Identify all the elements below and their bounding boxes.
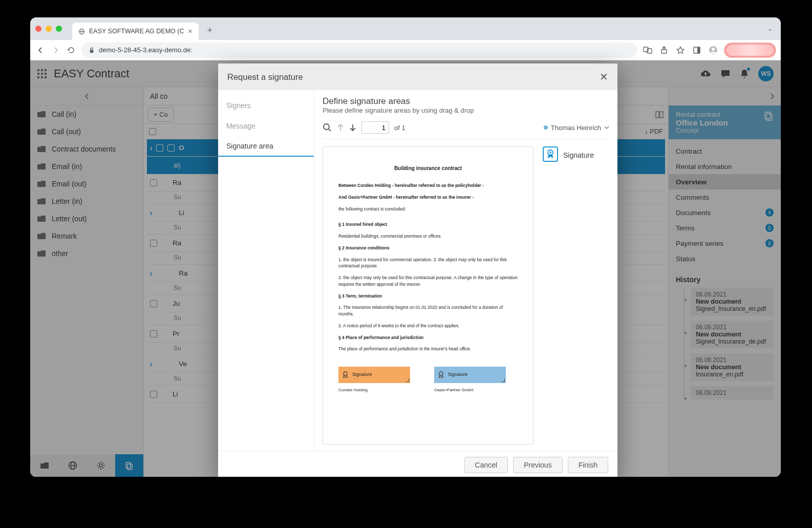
previous-button[interactable]: Previous [513, 457, 562, 473]
resize-handle-icon[interactable] [501, 378, 505, 382]
close-icon[interactable]: ✕ [600, 71, 608, 83]
doc-line: Residential buildings, commercial premis… [338, 233, 518, 240]
url-field[interactable]: demo-5-28-45-3.easy-demo.de: [81, 43, 637, 58]
app-root: EASY Contract WS Call (in) Call (out) Co… [30, 60, 781, 477]
window-close-icon[interactable] [35, 26, 41, 32]
signature-ribbon-icon [438, 371, 444, 378]
resize-handle-icon[interactable] [405, 378, 409, 382]
svg-point-19 [324, 124, 329, 130]
sig-label: Signature [352, 371, 372, 378]
doc-line: 1. The insurance relationship begins on … [338, 304, 518, 318]
doc-line: 2. A notice period of 8 weeks to the end… [338, 323, 518, 329]
new-tab-button[interactable]: + [203, 23, 217, 37]
signature-ribbon-icon [546, 149, 554, 159]
chevron-down-icon [604, 125, 609, 130]
svg-rect-5 [647, 49, 652, 53]
tab-title: EASY SOFTWARE AG DEMO (C [89, 28, 184, 35]
page-number-input[interactable] [361, 121, 389, 134]
modal-heading: Define signature areas [323, 96, 609, 107]
extensions-icon[interactable] [692, 45, 702, 55]
signature-ribbon-icon [343, 371, 348, 378]
step-message[interactable]: Message [218, 116, 314, 136]
party-a-label: Condex Holding [338, 387, 422, 393]
modal-body: Signers Message Signature area Define si… [218, 90, 617, 451]
close-tab-icon[interactable]: × [188, 27, 192, 35]
doc-section: § 2 Insurance conditions [338, 245, 518, 251]
back-button[interactable] [35, 45, 46, 55]
doc-line: 1. the object is insured for commercial … [338, 257, 518, 270]
globe-icon [78, 28, 85, 35]
svg-point-24 [549, 152, 551, 154]
sig-label: Signature [448, 371, 468, 378]
reload-button[interactable] [66, 45, 76, 55]
signature-tool-label: Signature [563, 151, 594, 159]
svg-point-22 [439, 372, 443, 375]
browser-window: EASY SOFTWARE AG DEMO (C × + ⌄ demo-5-28… [30, 17, 781, 477]
page-down-icon[interactable] [349, 123, 356, 132]
svg-rect-4 [644, 47, 648, 52]
share-icon[interactable] [659, 45, 669, 55]
window-controls [35, 26, 62, 32]
doc-line: And Oasis+Partner GmbH - hereinafter ref… [338, 194, 518, 201]
modal-header: Request a signature ✕ [218, 64, 617, 90]
modal-footer: Cancel Previous Finish [218, 451, 617, 477]
document-page[interactable]: Building insurance contract Between Cond… [323, 146, 533, 445]
doc-line: Between Condex Holding - hereinafter ref… [338, 182, 518, 189]
svg-line-20 [329, 129, 331, 131]
doc-line: 2. the object may only be used for this … [338, 274, 518, 288]
tabs-dropdown-icon[interactable]: ⌄ [767, 25, 776, 32]
account-pill[interactable] [724, 43, 776, 57]
browser-tab[interactable]: EASY SOFTWARE AG DEMO (C × [72, 23, 199, 40]
cancel-button[interactable]: Cancel [464, 457, 508, 473]
signature-tool-button[interactable] [543, 146, 558, 162]
step-signature-area[interactable]: Signature area [218, 136, 314, 157]
page-total: of 1 [394, 124, 405, 132]
forward-button[interactable] [51, 45, 61, 55]
profile-icon[interactable] [708, 45, 718, 55]
modal-title: Request a signature [227, 72, 303, 82]
svg-point-21 [344, 372, 347, 375]
translate-icon[interactable] [643, 45, 653, 55]
doc-section: § 4 Place of performance and jurisdictio… [338, 334, 518, 341]
doc-toolbar: of 1 Thomas Heinrich [323, 119, 609, 139]
signature-palette: Signature [543, 146, 609, 445]
signature-field-a[interactable]: Signature [338, 367, 410, 383]
window-maximize-icon[interactable] [56, 26, 62, 32]
signature-modal: Request a signature ✕ Signers Message Si… [218, 64, 617, 477]
svg-rect-8 [697, 47, 700, 53]
search-icon[interactable] [323, 123, 332, 132]
signer-name: Thomas Heinrich [551, 124, 601, 132]
svg-rect-3 [90, 50, 94, 53]
signer-color-icon [544, 125, 548, 130]
finish-button[interactable]: Finish [568, 457, 608, 473]
page-up-icon[interactable] [337, 123, 344, 132]
address-bar: demo-5-28-45-3.easy-demo.de: [30, 40, 781, 60]
lock-icon [89, 47, 95, 53]
doc-section: § 1 Insured hired object [338, 221, 518, 228]
window-minimize-icon[interactable] [46, 26, 52, 32]
browser-tabbar: EASY SOFTWARE AG DEMO (C × + ⌄ [30, 17, 781, 40]
modal-steps: Signers Message Signature area [218, 90, 314, 451]
step-signers[interactable]: Signers [218, 95, 314, 116]
signature-field-b[interactable]: Signature [434, 367, 506, 383]
doc-line: The place of performance and jurisdictio… [338, 346, 518, 352]
signer-dropdown[interactable]: Thomas Heinrich [544, 124, 609, 132]
modal-subtext: Please define signature areas by using d… [323, 107, 609, 114]
modal-main: Define signature areas Please define sig… [314, 90, 617, 451]
doc-section: § 3 Term, termination [338, 293, 518, 300]
doc-line: the following contract is concluded: [338, 206, 518, 213]
url-text: demo-5-28-45-3.easy-demo.de: [99, 46, 193, 54]
svg-point-10 [712, 48, 715, 51]
bookmark-icon[interactable] [675, 45, 686, 55]
doc-title: Building insurance contract [338, 164, 518, 172]
document-area: Building insurance contract Between Cond… [323, 139, 609, 445]
party-b-label: Oasis+Partner GmbH [434, 387, 518, 393]
